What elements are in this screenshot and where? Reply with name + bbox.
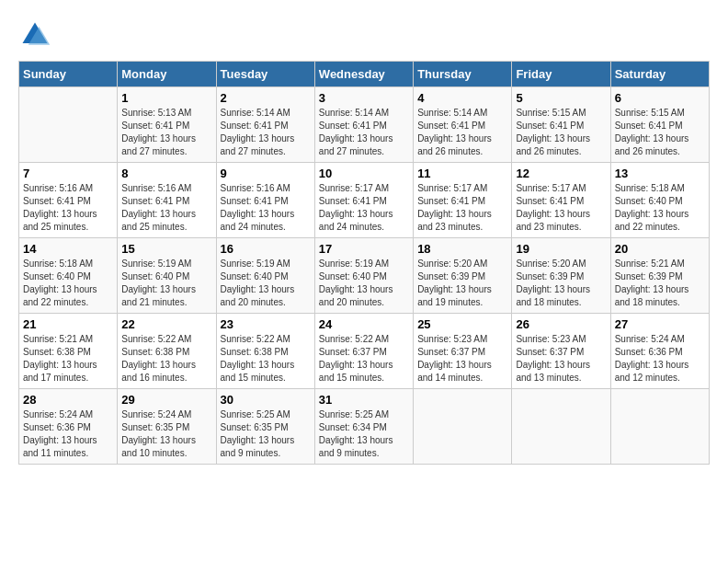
calendar-cell: 8Sunrise: 5:16 AM Sunset: 6:41 PM Daylig… xyxy=(118,163,216,238)
calendar-cell: 12Sunrise: 5:17 AM Sunset: 6:41 PM Dayli… xyxy=(512,163,610,238)
day-info: Sunrise: 5:25 AM Sunset: 6:35 PM Dayligh… xyxy=(221,408,311,460)
day-number: 1 xyxy=(121,91,211,105)
day-number: 14 xyxy=(23,242,113,256)
calendar-cell: 19Sunrise: 5:20 AM Sunset: 6:39 PM Dayli… xyxy=(512,238,610,314)
page-header xyxy=(18,18,710,52)
day-number: 10 xyxy=(319,167,409,180)
calendar-cell: 9Sunrise: 5:16 AM Sunset: 6:41 PM Daylig… xyxy=(216,163,314,238)
day-number: 24 xyxy=(319,317,409,331)
day-number: 23 xyxy=(221,317,311,331)
calendar-cell: 3Sunrise: 5:14 AM Sunset: 6:41 PM Daylig… xyxy=(314,87,413,163)
calendar-cell: 5Sunrise: 5:15 AM Sunset: 6:41 PM Daylig… xyxy=(512,87,610,163)
calendar-cell xyxy=(512,389,610,465)
day-info: Sunrise: 5:21 AM Sunset: 6:38 PM Dayligh… xyxy=(23,333,113,385)
day-info: Sunrise: 5:16 AM Sunset: 6:41 PM Dayligh… xyxy=(121,182,211,234)
day-number: 30 xyxy=(221,393,311,407)
weekday-header: Wednesday xyxy=(314,62,413,87)
calendar-cell: 27Sunrise: 5:24 AM Sunset: 6:36 PM Dayli… xyxy=(610,314,709,389)
day-info: Sunrise: 5:14 AM Sunset: 6:41 PM Dayligh… xyxy=(417,107,507,158)
day-info: Sunrise: 5:25 AM Sunset: 6:34 PM Dayligh… xyxy=(319,408,409,460)
day-number: 2 xyxy=(221,91,311,105)
day-number: 9 xyxy=(221,167,311,180)
day-info: Sunrise: 5:24 AM Sunset: 6:36 PM Dayligh… xyxy=(23,408,113,460)
calendar-cell: 4Sunrise: 5:14 AM Sunset: 6:41 PM Daylig… xyxy=(414,87,512,163)
day-number: 8 xyxy=(121,167,211,180)
day-number: 3 xyxy=(319,91,409,105)
day-number: 31 xyxy=(319,393,409,407)
day-number: 26 xyxy=(516,317,606,331)
day-number: 21 xyxy=(23,317,113,331)
day-info: Sunrise: 5:24 AM Sunset: 6:36 PM Dayligh… xyxy=(615,333,705,385)
weekday-header: Saturday xyxy=(610,62,709,87)
day-number: 17 xyxy=(319,242,409,256)
calendar-cell xyxy=(19,87,118,163)
day-number: 28 xyxy=(23,393,113,407)
calendar-table: SundayMondayTuesdayWednesdayThursdayFrid… xyxy=(18,61,710,465)
calendar-cell: 14Sunrise: 5:18 AM Sunset: 6:40 PM Dayli… xyxy=(19,238,118,314)
calendar-cell: 16Sunrise: 5:19 AM Sunset: 6:40 PM Dayli… xyxy=(216,238,314,314)
weekday-header: Sunday xyxy=(19,62,118,87)
day-info: Sunrise: 5:14 AM Sunset: 6:41 PM Dayligh… xyxy=(319,107,409,158)
day-info: Sunrise: 5:21 AM Sunset: 6:39 PM Dayligh… xyxy=(615,258,705,309)
calendar-cell: 2Sunrise: 5:14 AM Sunset: 6:41 PM Daylig… xyxy=(216,87,314,163)
day-info: Sunrise: 5:24 AM Sunset: 6:35 PM Dayligh… xyxy=(121,408,211,460)
day-number: 19 xyxy=(516,242,606,256)
weekday-header: Monday xyxy=(118,62,216,87)
calendar-cell: 24Sunrise: 5:22 AM Sunset: 6:37 PM Dayli… xyxy=(314,314,413,389)
calendar-cell: 29Sunrise: 5:24 AM Sunset: 6:35 PM Dayli… xyxy=(118,389,216,465)
calendar-week-row: 1Sunrise: 5:13 AM Sunset: 6:41 PM Daylig… xyxy=(19,87,710,163)
day-info: Sunrise: 5:19 AM Sunset: 6:40 PM Dayligh… xyxy=(319,258,409,309)
calendar-cell: 25Sunrise: 5:23 AM Sunset: 6:37 PM Dayli… xyxy=(414,314,512,389)
day-info: Sunrise: 5:17 AM Sunset: 6:41 PM Dayligh… xyxy=(417,182,507,234)
calendar-cell: 10Sunrise: 5:17 AM Sunset: 6:41 PM Dayli… xyxy=(314,163,413,238)
calendar-cell: 15Sunrise: 5:19 AM Sunset: 6:40 PM Dayli… xyxy=(118,238,216,314)
day-info: Sunrise: 5:15 AM Sunset: 6:41 PM Dayligh… xyxy=(516,107,606,158)
day-number: 7 xyxy=(23,167,113,180)
day-number: 22 xyxy=(121,317,211,331)
day-info: Sunrise: 5:22 AM Sunset: 6:38 PM Dayligh… xyxy=(121,333,211,385)
calendar-cell: 17Sunrise: 5:19 AM Sunset: 6:40 PM Dayli… xyxy=(314,238,413,314)
day-info: Sunrise: 5:23 AM Sunset: 6:37 PM Dayligh… xyxy=(417,333,507,385)
calendar-cell: 20Sunrise: 5:21 AM Sunset: 6:39 PM Dayli… xyxy=(610,238,709,314)
calendar-cell: 26Sunrise: 5:23 AM Sunset: 6:37 PM Dayli… xyxy=(512,314,610,389)
calendar-week-row: 7Sunrise: 5:16 AM Sunset: 6:41 PM Daylig… xyxy=(19,163,710,238)
day-number: 20 xyxy=(615,242,705,256)
calendar-cell: 18Sunrise: 5:20 AM Sunset: 6:39 PM Dayli… xyxy=(414,238,512,314)
day-number: 25 xyxy=(417,317,507,331)
calendar-cell xyxy=(610,389,709,465)
day-info: Sunrise: 5:15 AM Sunset: 6:41 PM Dayligh… xyxy=(615,107,705,158)
calendar-cell: 22Sunrise: 5:22 AM Sunset: 6:38 PM Dayli… xyxy=(118,314,216,389)
logo xyxy=(18,18,57,52)
day-number: 15 xyxy=(121,242,211,256)
day-info: Sunrise: 5:22 AM Sunset: 6:38 PM Dayligh… xyxy=(221,333,311,385)
calendar-cell: 30Sunrise: 5:25 AM Sunset: 6:35 PM Dayli… xyxy=(216,389,314,465)
weekday-header: Friday xyxy=(512,62,610,87)
calendar-cell: 31Sunrise: 5:25 AM Sunset: 6:34 PM Dayli… xyxy=(314,389,413,465)
day-number: 16 xyxy=(221,242,311,256)
day-info: Sunrise: 5:18 AM Sunset: 6:40 PM Dayligh… xyxy=(23,258,113,309)
day-info: Sunrise: 5:16 AM Sunset: 6:41 PM Dayligh… xyxy=(23,182,113,234)
calendar-week-row: 21Sunrise: 5:21 AM Sunset: 6:38 PM Dayli… xyxy=(19,314,710,389)
day-info: Sunrise: 5:14 AM Sunset: 6:41 PM Dayligh… xyxy=(221,107,311,158)
day-number: 6 xyxy=(615,91,705,105)
calendar-cell xyxy=(414,389,512,465)
day-number: 5 xyxy=(516,91,606,105)
day-info: Sunrise: 5:19 AM Sunset: 6:40 PM Dayligh… xyxy=(221,258,311,309)
day-info: Sunrise: 5:17 AM Sunset: 6:41 PM Dayligh… xyxy=(516,182,606,234)
calendar-cell: 11Sunrise: 5:17 AM Sunset: 6:41 PM Dayli… xyxy=(414,163,512,238)
day-info: Sunrise: 5:20 AM Sunset: 6:39 PM Dayligh… xyxy=(516,258,606,309)
calendar-week-row: 28Sunrise: 5:24 AM Sunset: 6:36 PM Dayli… xyxy=(19,389,710,465)
weekday-header: Tuesday xyxy=(216,62,314,87)
calendar-cell: 28Sunrise: 5:24 AM Sunset: 6:36 PM Dayli… xyxy=(19,389,118,465)
day-number: 11 xyxy=(417,167,507,180)
day-info: Sunrise: 5:17 AM Sunset: 6:41 PM Dayligh… xyxy=(319,182,409,234)
calendar-cell: 23Sunrise: 5:22 AM Sunset: 6:38 PM Dayli… xyxy=(216,314,314,389)
day-info: Sunrise: 5:16 AM Sunset: 6:41 PM Dayligh… xyxy=(221,182,311,234)
calendar-cell: 21Sunrise: 5:21 AM Sunset: 6:38 PM Dayli… xyxy=(19,314,118,389)
day-number: 18 xyxy=(417,242,507,256)
calendar-header: SundayMondayTuesdayWednesdayThursdayFrid… xyxy=(19,62,710,87)
day-number: 12 xyxy=(516,167,606,180)
calendar-cell: 6Sunrise: 5:15 AM Sunset: 6:41 PM Daylig… xyxy=(610,87,709,163)
day-info: Sunrise: 5:23 AM Sunset: 6:37 PM Dayligh… xyxy=(516,333,606,385)
calendar-cell: 1Sunrise: 5:13 AM Sunset: 6:41 PM Daylig… xyxy=(118,87,216,163)
